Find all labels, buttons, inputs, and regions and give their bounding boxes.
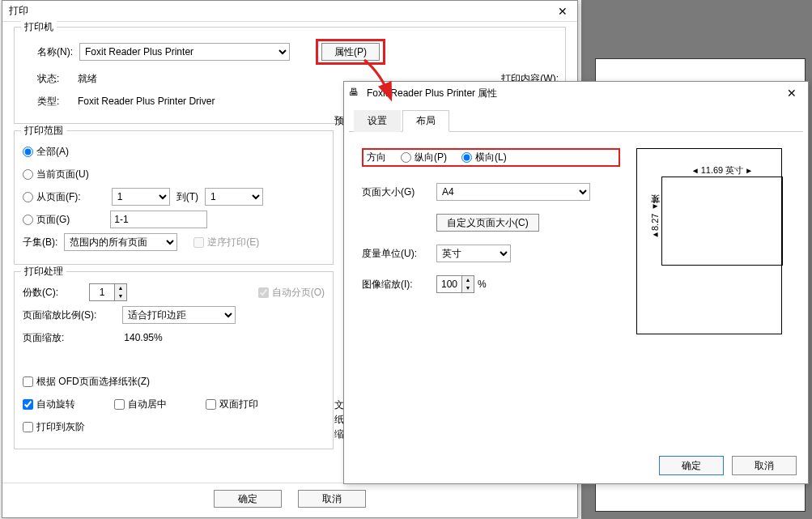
printer-name-select[interactable]: Foxit Reader Plus Printer <box>79 43 290 61</box>
copies-up[interactable]: ▲ <box>115 284 126 292</box>
properties-dialog: 🖶 Foxit Reader Plus Printer 属性 ✕ 设置 布局 方… <box>343 81 809 484</box>
auto-center-checkbox[interactable]: 自动居中 <box>114 398 167 411</box>
custom-size-button[interactable]: 自定义页面大小(C) <box>436 214 539 232</box>
zoom-value: 140.95% <box>124 332 162 343</box>
printer-group-title: 打印机 <box>21 20 57 34</box>
unit-select[interactable]: 英寸 <box>436 245 511 262</box>
reverse-checkbox[interactable]: 逆序打印(E) <box>193 236 259 249</box>
percent-label: % <box>478 279 487 290</box>
print-range-group: 打印范围 全部(A) 当前页面(U) 从页面(F): 1 到(T) 1 页面(G… <box>14 130 334 265</box>
width-dimension: ◄11.69 英寸► <box>662 164 782 177</box>
copies-spinner[interactable]: ▲▼ <box>89 283 127 301</box>
scale-up[interactable]: ▲ <box>462 276 474 284</box>
height-dimension: ►8.27 英寸◄ <box>649 177 661 265</box>
copies-input[interactable] <box>90 284 114 300</box>
range-all[interactable]: 全部(A) <box>23 145 69 159</box>
range-current[interactable]: 当前页面(U) <box>23 168 89 181</box>
subset-label: 子集(B): <box>23 236 57 249</box>
copies-down[interactable]: ▼ <box>115 292 126 300</box>
props-titlebar: 🖶 Foxit Reader Plus Printer 属性 ✕ <box>344 82 808 104</box>
print-close-button[interactable]: ✕ <box>551 2 574 20</box>
properties-button[interactable]: 属性(P) <box>321 43 380 61</box>
range-group-title: 打印范围 <box>21 124 66 138</box>
print-dialog-title: 打印 <box>9 4 28 18</box>
status-label: 状态: <box>37 72 71 86</box>
scale-select[interactable]: 适合打印边距 <box>122 306 236 324</box>
subset-select[interactable]: 范围内的所有页面 <box>64 233 177 251</box>
to-page-select[interactable]: 1 <box>205 188 263 206</box>
range-from[interactable]: 从页面(F): <box>23 190 81 204</box>
tab-layout[interactable]: 布局 <box>402 110 449 132</box>
status-value: 就绪 <box>78 72 97 86</box>
props-close-button[interactable]: ✕ <box>780 84 803 102</box>
type-value: Foxit Reader Plus Printer Driver <box>78 96 215 107</box>
print-gray-checkbox[interactable]: 打印到灰阶 <box>23 420 85 434</box>
orientation-highlight: 方向 纵向(P) 横向(L) <box>362 148 620 167</box>
pages-input[interactable] <box>110 211 207 228</box>
props-tabs: 设置 布局 <box>349 109 803 132</box>
printer-icon: 🖶 <box>349 87 362 100</box>
zoom-label: 页面缩放: <box>23 331 64 345</box>
unit-label: 度量单位(U): <box>362 247 433 261</box>
copies-label: 份数(C): <box>23 286 58 300</box>
image-scale-spinner[interactable]: ▲▼ <box>436 275 474 293</box>
image-scale-input[interactable] <box>437 276 461 292</box>
image-scale-label: 图像缩放(I): <box>362 278 433 291</box>
props-cancel-button[interactable]: 取消 <box>732 456 797 475</box>
from-page-select[interactable]: 1 <box>112 188 170 206</box>
landscape-radio[interactable]: 横向(L) <box>461 151 507 164</box>
preview-page-rect: ◄11.69 英寸► ►8.27 英寸◄ <box>661 177 783 266</box>
handling-group-title: 打印处理 <box>21 265 66 279</box>
orientation-label: 方向 <box>367 151 386 164</box>
duplex-checkbox[interactable]: 双面打印 <box>206 398 258 411</box>
props-ok-button[interactable]: 确定 <box>659 456 724 475</box>
range-pages[interactable]: 页面(G) <box>23 213 70 227</box>
page-size-label: 页面大小(G) <box>362 185 433 199</box>
collate-checkbox[interactable]: 自动分页(O) <box>258 286 325 300</box>
page-preview: ◄11.69 英寸► ►8.27 英寸◄ <box>636 148 782 334</box>
portrait-radio[interactable]: 纵向(P) <box>401 151 447 164</box>
type-label: 类型: <box>37 95 71 108</box>
scale-down[interactable]: ▼ <box>462 284 474 292</box>
print-handling-group: 打印处理 份数(C): ▲▼ 自动分页(O) 页面缩放比例(S): 适合打印边距… <box>14 271 334 449</box>
ofd-paper-checkbox[interactable]: 根据 OFD页面选择纸张(Z) <box>23 375 150 389</box>
print-ok-button[interactable]: 确定 <box>214 490 282 508</box>
print-dialog-titlebar: 打印 ✕ <box>2 1 577 22</box>
page-size-select[interactable]: A4 <box>436 183 590 201</box>
props-title-text: Foxit Reader Plus Printer 属性 <box>367 87 497 100</box>
scale-label: 页面缩放比例(S): <box>23 308 96 322</box>
printer-name-label: 名称(N): <box>37 45 73 59</box>
auto-rotate-checkbox[interactable]: 自动旋转 <box>23 398 75 411</box>
to-label: 到(T) <box>176 190 198 204</box>
print-cancel-button[interactable]: 取消 <box>298 490 366 508</box>
tab-settings[interactable]: 设置 <box>354 110 401 132</box>
